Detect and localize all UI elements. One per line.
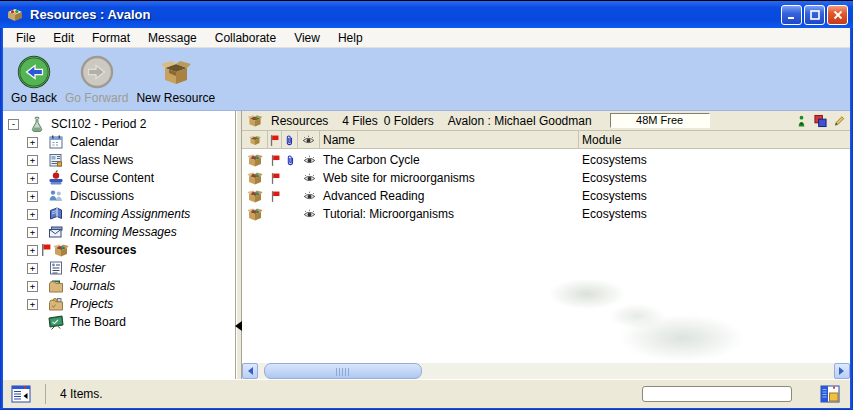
expand-icon[interactable]: + bbox=[27, 227, 38, 238]
journal-folder-icon bbox=[48, 278, 64, 294]
toolbar: Go Back Go Forward New Resource bbox=[3, 48, 850, 111]
status-bar: 4 Items. bbox=[3, 379, 850, 408]
window-frame-left bbox=[0, 28, 3, 410]
scroll-right-arrow-icon[interactable] bbox=[834, 363, 850, 379]
tree-item-label: SCI102 - Period 2 bbox=[49, 117, 148, 131]
flask-icon bbox=[29, 116, 45, 132]
menu-view[interactable]: View bbox=[285, 29, 329, 47]
resource-row[interactable]: Advanced Reading Ecosystems bbox=[242, 187, 850, 205]
tree-item-roster[interactable]: + Roster bbox=[3, 259, 235, 277]
tree-item-label: Class News bbox=[68, 153, 135, 167]
go-forward-label: Go Forward bbox=[63, 91, 130, 105]
user-presence-icon[interactable] bbox=[795, 114, 808, 128]
go-forward-button: Go Forward bbox=[63, 54, 130, 105]
menu-help[interactable]: Help bbox=[329, 29, 372, 47]
tree-item-projects[interactable]: + Projects bbox=[3, 295, 235, 313]
column-attachment-icon[interactable] bbox=[282, 131, 298, 149]
tree-item-label: Projects bbox=[68, 297, 115, 311]
title-bar: Resources : Avalon bbox=[0, 1, 853, 28]
scrollbar-thumb[interactable] bbox=[264, 363, 422, 379]
tree-item-label: Incoming Messages bbox=[68, 225, 179, 239]
flag-icon bbox=[268, 187, 282, 205]
viewed-eye-icon bbox=[298, 205, 320, 223]
resource-row[interactable]: Tutorial: Microorganisms Ecosystems bbox=[242, 205, 850, 223]
calendar-icon bbox=[48, 134, 64, 150]
resource-name: Web site for microorganisms bbox=[320, 169, 579, 187]
resource-module: Ecosystems bbox=[579, 169, 850, 187]
expand-icon[interactable]: + bbox=[27, 245, 38, 256]
toggle-tree-pane-icon[interactable] bbox=[11, 385, 33, 404]
resource-row[interactable]: Web site for microorganisms Ecosystems bbox=[242, 169, 850, 187]
flag-empty bbox=[268, 205, 282, 223]
tree-item-incoming-messages[interactable]: + Incoming Messages bbox=[3, 223, 235, 241]
column-name-header[interactable]: Name bbox=[320, 131, 579, 149]
tree-item-class-news[interactable]: + Class News bbox=[3, 151, 235, 169]
view-mode-icon[interactable] bbox=[814, 114, 827, 128]
resource-name: The Carbon Cycle bbox=[320, 151, 579, 169]
tree-item-resources[interactable]: + Resources bbox=[3, 241, 235, 259]
viewed-eye-icon bbox=[298, 151, 320, 169]
close-button[interactable] bbox=[827, 5, 848, 25]
column-header-row: Name Module bbox=[242, 131, 850, 149]
people-icon bbox=[48, 188, 64, 204]
tree-item-the-board[interactable]: The Board bbox=[3, 313, 235, 331]
resources-box-icon bbox=[53, 242, 69, 258]
panel-info-bar: Resources 4 Files 0 Folders Avalon : Mic… bbox=[242, 111, 850, 131]
maximize-button[interactable] bbox=[804, 5, 825, 25]
projects-folder-icon bbox=[48, 296, 64, 312]
menu-edit[interactable]: Edit bbox=[44, 29, 83, 47]
resources-panel: Resources 4 Files 0 Folders Avalon : Mic… bbox=[242, 111, 850, 379]
splitter-collapse-arrow-icon[interactable] bbox=[230, 321, 242, 331]
resource-row[interactable]: The Carbon Cycle Ecosystems bbox=[242, 151, 850, 169]
chalkboard-icon bbox=[48, 314, 64, 330]
collapse-icon[interactable]: - bbox=[8, 119, 19, 130]
free-space-indicator: 48M Free bbox=[610, 113, 710, 128]
minimize-button[interactable] bbox=[781, 5, 802, 25]
column-item-icon[interactable] bbox=[242, 131, 268, 149]
expand-icon[interactable]: + bbox=[27, 173, 38, 184]
toggle-layout-icon[interactable] bbox=[820, 385, 842, 404]
go-back-icon bbox=[15, 54, 53, 90]
panel-title: Resources bbox=[271, 114, 328, 128]
resource-box-icon bbox=[242, 169, 268, 187]
tree-item-label: Journals bbox=[68, 279, 117, 293]
menu-message[interactable]: Message bbox=[139, 29, 206, 47]
tree-item-label: Calendar bbox=[68, 135, 121, 149]
resource-box-icon bbox=[242, 205, 268, 223]
edit-pencil-icon[interactable] bbox=[833, 114, 846, 128]
expand-icon[interactable]: + bbox=[27, 209, 38, 220]
horizontal-scrollbar[interactable] bbox=[242, 363, 850, 379]
scroll-left-arrow-icon[interactable] bbox=[242, 363, 258, 379]
expand-icon[interactable]: + bbox=[27, 299, 38, 310]
tree-item-sci102[interactable]: - SCI102 - Period 2 bbox=[3, 115, 235, 133]
expand-icon[interactable]: + bbox=[27, 155, 38, 166]
go-back-button[interactable]: Go Back bbox=[9, 54, 59, 105]
tree-item-label: Course Content bbox=[68, 171, 156, 185]
menu-file[interactable]: File bbox=[7, 29, 44, 47]
notebook-icon bbox=[48, 206, 64, 222]
expand-icon[interactable]: + bbox=[27, 263, 38, 274]
window-title: Resources : Avalon bbox=[30, 7, 779, 22]
app-window: Resources : Avalon File Edit Format Mess… bbox=[0, 0, 853, 410]
resources-box-icon bbox=[247, 113, 263, 128]
expand-icon[interactable]: + bbox=[27, 137, 38, 148]
tree-item-incoming-assignments[interactable]: + Incoming Assignments bbox=[3, 205, 235, 223]
menu-collaborate[interactable]: Collaborate bbox=[206, 29, 285, 47]
column-flag-icon[interactable] bbox=[268, 131, 282, 149]
column-module-header[interactable]: Module bbox=[579, 131, 850, 149]
resource-name: Tutorial: Microorganisms bbox=[320, 205, 579, 223]
resource-box-icon bbox=[242, 151, 268, 169]
column-viewed-icon[interactable] bbox=[298, 131, 320, 149]
new-resource-button[interactable]: New Resource bbox=[134, 54, 217, 105]
resource-name: Advanced Reading bbox=[320, 187, 579, 205]
tree-item-journals[interactable]: + Journals bbox=[3, 277, 235, 295]
folder-count: 0 Folders bbox=[384, 114, 434, 128]
tree-item-course-content[interactable]: + Course Content bbox=[3, 169, 235, 187]
tree-item-discussions[interactable]: + Discussions bbox=[3, 187, 235, 205]
server-owner: Avalon : Michael Goodman bbox=[448, 114, 592, 128]
status-progress-box bbox=[642, 386, 792, 402]
expand-icon[interactable]: + bbox=[27, 191, 38, 202]
menu-format[interactable]: Format bbox=[83, 29, 139, 47]
expand-icon[interactable]: + bbox=[27, 281, 38, 292]
tree-item-calendar[interactable]: + Calendar bbox=[3, 133, 235, 151]
